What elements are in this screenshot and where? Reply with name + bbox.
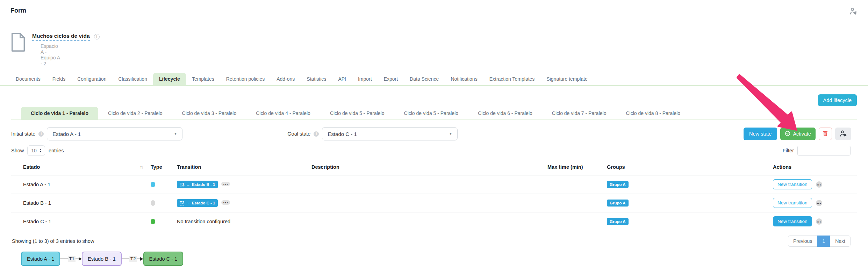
user-settings-icon [839,130,847,138]
tab-fields[interactable]: Fields [46,73,71,85]
filter-input[interactable] [797,146,851,155]
description-cell [310,194,546,212]
tab-notifications[interactable]: Notifications [445,73,483,85]
show-label: Show [11,148,24,153]
meta-line: Equipo A [41,55,100,61]
tab-extraction-templates[interactable]: Extraction Templates [483,73,541,85]
stepper-icon: ▴▾ [40,149,41,153]
more-options-icon[interactable]: ●●● [221,182,230,186]
page-size-select[interactable]: 10 ▴▾ [27,145,45,156]
initial-state-select[interactable]: Estado A - 1 ▼ [47,127,182,140]
estado-cell: Estado B - 1 [11,194,149,212]
next-page-button[interactable]: Next [830,236,851,247]
max-time-cell [546,194,605,212]
add-lifecycle-button[interactable]: Add lifecycle [818,94,857,106]
document-header: Muchos ciclos de vida i Espacio A - Equi… [0,25,868,66]
tab-data-science[interactable]: Data Science [404,73,445,85]
info-icon[interactable]: i [38,131,44,137]
group-badge: Grupo A [607,200,629,207]
transition-badge[interactable]: T2 → Estado C - 1 [177,199,218,207]
new-state-button[interactable]: New state [744,128,777,140]
tab-ciclo-de-vida-6[interactable]: Ciclo de vida 6 - Paralelo [468,107,542,120]
estado-cell: Estado A - 1 [11,175,149,194]
tab-ciclo-de-vida-1[interactable]: Ciclo de vida 1 - Paralelo [21,107,98,120]
showing-entries-text: Showing (1 to 3) of 3 entries to show [11,238,94,244]
info-icon[interactable]: i [314,131,319,137]
meta-line: - 2 [41,61,100,67]
group-badge: Grupo A [607,181,629,188]
page-1-button[interactable]: 1 [817,236,830,247]
tab-api[interactable]: API [332,73,352,85]
goal-state-label: Goal state [287,131,310,137]
tab-export[interactable]: Export [378,73,404,85]
page-size-value: 10 [31,148,37,153]
max-time-cell [546,212,605,231]
tab-classification[interactable]: Classification [112,73,153,85]
column-max-time: Max time (min) [546,160,605,175]
description-cell [310,175,546,194]
new-transition-button[interactable]: New transition [773,179,812,189]
lifecycle-diagram: Estado A - 1 T1 Estado B - 1 T2 Estado C… [11,252,857,266]
lifecycle-panel: Add lifecycle Ciclo de vida 1 - Paralelo… [0,94,868,266]
tab-statistics[interactable]: Statistics [301,73,332,85]
goal-state-select[interactable]: Estado C - 1 ▼ [322,127,458,140]
transition-badge[interactable]: T1 → Estado B - 1 [177,181,218,188]
goal-state-value: Estado C - 1 [328,131,357,137]
tab-signature-template[interactable]: Signature template [540,73,594,85]
tab-add-ons[interactable]: Add-ons [271,73,301,85]
tab-import[interactable]: Import [352,73,378,85]
tab-ciclo-de-vida-5[interactable]: Ciclo de vida 5 - Paralelo [320,107,394,120]
file-icon [10,33,26,66]
tab-ciclo-de-vida-3[interactable]: Ciclo de vida 3 - Paralelo [172,107,246,120]
new-transition-button[interactable]: New transition [773,216,812,226]
diagram-edge-t2: T2 [122,256,143,262]
type-dot [151,200,155,206]
new-transition-button[interactable]: New transition [773,198,812,208]
type-dot [151,219,155,224]
arrow-head-icon [79,257,82,261]
document-title[interactable]: Muchos ciclos de vida [32,33,90,41]
column-estado[interactable]: Estado ↑↓ [11,160,149,175]
delete-lifecycle-button[interactable] [819,128,832,140]
diagram-node-estado-c[interactable]: Estado C - 1 [143,252,184,266]
tab-documents[interactable]: Documents [10,73,46,85]
activate-button[interactable]: Activate [780,128,816,140]
page-title: Form [10,7,26,14]
table-row: Estado C - 1 No transition configured Gr… [11,212,857,231]
more-options-icon[interactable]: ●●● [816,200,822,206]
column-transition: Transition [175,160,310,175]
meta-line: A - [41,49,100,55]
previous-page-button[interactable]: Previous [788,236,817,247]
tab-lifecycle[interactable]: Lifecycle [153,73,186,85]
column-description: Description [310,160,546,175]
tab-templates[interactable]: Templates [186,73,220,85]
table-row: Estado A - 1 T1 → Estado B - 1 ●●● Grupo… [11,175,857,194]
edge-label: T2 [129,256,137,262]
initial-state-label: Initial state [11,131,35,137]
transition-target: Estado C - 1 [192,201,215,205]
meta-line: Espacio [41,43,100,49]
user-settings-icon[interactable] [849,7,858,17]
more-options-icon[interactable]: ●●● [816,181,822,188]
edge-label: T1 [68,256,76,262]
more-options-icon[interactable]: ●●● [816,218,822,225]
tab-configuration[interactable]: Configuration [71,73,112,85]
trash-icon [823,131,828,137]
tab-ciclo-de-vida-5b[interactable]: Ciclo de vida 5 - Paralelo [394,107,468,120]
tab-ciclo-de-vida-4[interactable]: Ciclo de vida 4 - Paralelo [246,107,320,120]
entries-label: entries [49,148,64,153]
diagram-node-estado-b[interactable]: Estado B - 1 [82,252,122,266]
tab-ciclo-de-vida-7[interactable]: Ciclo de vida 7 - Paralelo [542,107,616,120]
tab-ciclo-de-vida-2[interactable]: Ciclo de vida 2 - Paralelo [98,107,172,120]
sort-arrows-icon[interactable]: ↑↓ [140,164,143,169]
max-time-cell [546,175,605,194]
main-tabs: Documents Fields Configuration Classific… [0,73,868,86]
diagram-node-estado-a[interactable]: Estado A - 1 [21,252,60,266]
more-options-icon[interactable]: ●●● [221,200,230,205]
tab-retention-policies[interactable]: Retention policies [220,73,271,85]
lifecycle-permissions-button[interactable] [835,128,851,140]
info-icon[interactable]: i [94,34,100,39]
transition-id: T1 [180,182,184,187]
tab-ciclo-de-vida-8[interactable]: Ciclo de vida 8 - Paralelo [616,107,690,120]
column-actions: Actions [772,160,857,175]
